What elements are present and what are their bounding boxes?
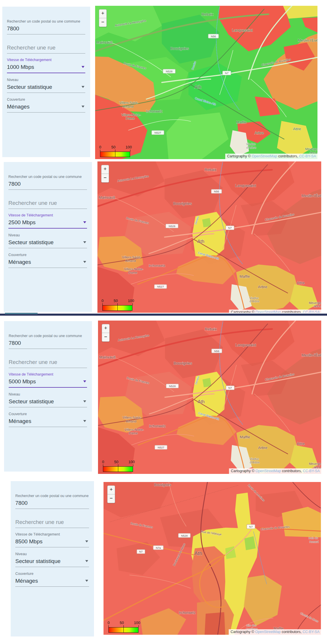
license-link[interactable]: CC-BY-SA bbox=[303, 469, 320, 473]
svg-text:N7: N7 bbox=[249, 525, 253, 528]
license-link[interactable]: CC-BY-SA bbox=[303, 310, 320, 313]
svg-text:Arbre: Arbre bbox=[258, 285, 267, 289]
postal-code-input[interactable] bbox=[7, 25, 85, 32]
coverage-select[interactable]: Ménages bbox=[9, 417, 87, 427]
svg-text:Amand: Amand bbox=[126, 419, 136, 423]
legend-gradient-bar bbox=[103, 466, 133, 472]
svg-text:Viaduc: Viaduc bbox=[246, 142, 256, 146]
map-zoom-controls: + − bbox=[107, 485, 115, 503]
zoom-out-button[interactable]: − bbox=[99, 18, 107, 27]
level-select[interactable]: Secteur statistique bbox=[7, 83, 85, 93]
filters-sidebar-2: Rechercher un code postal ou une commune… bbox=[4, 162, 92, 312]
zoom-in-button[interactable]: + bbox=[107, 485, 115, 494]
level-field: Niveau Secteur statistique bbox=[15, 552, 89, 567]
coverage-select[interactable]: Ménages bbox=[15, 577, 89, 587]
zoom-in-button[interactable]: + bbox=[102, 324, 110, 333]
postal-code-label: Rechercher un code postal ou une commune bbox=[8, 175, 87, 179]
zoom-out-button[interactable]: − bbox=[101, 174, 109, 183]
level-field: Niveau Secteur statistique bbox=[7, 78, 85, 93]
level-select[interactable]: Secteur statistique bbox=[9, 398, 87, 407]
map-attribution: Cartography © OpenStreetMap contributors… bbox=[229, 468, 321, 474]
coverage-legend: 050100 bbox=[103, 460, 133, 472]
coverage-select[interactable]: Ménages bbox=[7, 103, 85, 113]
postal-code-field: Rechercher un code postal ou une commune bbox=[9, 334, 87, 349]
chevron-down-icon bbox=[85, 580, 88, 582]
page-divider-scroll-indicator bbox=[5, 313, 38, 314]
map-canvas: N56N528N7N527RebaixLanquesaintMainvaultB… bbox=[97, 161, 321, 313]
svg-text:Irchonwelz: Irchonwelz bbox=[149, 424, 166, 428]
chevron-down-icon bbox=[83, 241, 86, 243]
svg-text:Villers-Notre-: Villers-Notre- bbox=[124, 428, 144, 431]
level-select[interactable]: Secteur statistique bbox=[15, 557, 89, 567]
street-search-input[interactable] bbox=[7, 45, 85, 51]
svg-text:Mévergn: Mévergn bbox=[305, 147, 317, 151]
postal-code-input[interactable] bbox=[9, 340, 87, 346]
svg-text:Ath: Ath bbox=[198, 399, 205, 404]
chevron-down-icon bbox=[83, 261, 86, 263]
download-speed-field: Vitesse de Téléchargement 1000 Mbps bbox=[7, 58, 85, 73]
postal-code-input[interactable] bbox=[8, 181, 87, 187]
openstreetmap-link[interactable]: OpenStreetMap bbox=[252, 154, 277, 158]
svg-text:Amand: Amand bbox=[125, 259, 136, 262]
coverage-map-8500mbps[interactable]: N528N7aN7N7BouvigniesAthMaffleIrchonwelz… bbox=[104, 482, 321, 635]
download-speed-select[interactable]: 1000 Mbps bbox=[7, 63, 85, 73]
openstreetmap-link[interactable]: OpenStreetMap bbox=[255, 469, 281, 473]
download-speed-select[interactable]: 5000 Mbps bbox=[9, 378, 87, 388]
postal-code-label: Rechercher un code postal ou une commune bbox=[15, 494, 89, 498]
svg-text:Meslin-l'Évêq: Meslin-l'Évêq bbox=[302, 194, 321, 198]
svg-text:Lanquesaint: Lanquesaint bbox=[235, 343, 256, 347]
svg-text:N7a: N7a bbox=[156, 546, 161, 549]
svg-text:Bouvignies: Bouvignies bbox=[170, 46, 189, 51]
coverage-label: Couverture bbox=[9, 412, 87, 416]
svg-text:Villers-Notre-: Villers-Notre- bbox=[121, 113, 141, 117]
street-search-input[interactable] bbox=[15, 519, 89, 525]
zoom-in-button[interactable]: + bbox=[99, 9, 107, 18]
street-search-input[interactable] bbox=[8, 200, 87, 206]
postal-code-field: Rechercher un code postal ou une commune bbox=[15, 494, 89, 509]
postal-code-label: Rechercher un code postal ou une commune bbox=[7, 19, 85, 23]
license-link[interactable]: CC-BY-SA bbox=[299, 154, 316, 158]
download-speed-select[interactable]: 2500 Mbps bbox=[8, 219, 87, 229]
svg-text:Attre: Attre bbox=[293, 127, 301, 131]
svg-text:Arbre: Arbre bbox=[258, 446, 267, 450]
coverage-map-5000mbps[interactable]: N56N528N7N527RebaixLanquesaintMainvaultB… bbox=[98, 321, 321, 474]
svg-text:N528: N528 bbox=[169, 384, 176, 388]
svg-text:Amand: Amand bbox=[123, 105, 134, 108]
zoom-out-button[interactable]: − bbox=[102, 333, 110, 342]
openstreetmap-link[interactable]: OpenStreetMap bbox=[255, 630, 280, 634]
coverage-map-1000mbps[interactable]: N56N528N7N527RebaixLanquesaintMainvaultB… bbox=[95, 6, 317, 159]
coverage-field: Couverture Ménages bbox=[8, 253, 87, 268]
svg-text:Irchonwelz: Irchonwelz bbox=[146, 109, 162, 113]
svg-text:N527: N527 bbox=[158, 446, 164, 449]
street-field bbox=[9, 358, 87, 368]
svg-text:Mévergn: Mévergn bbox=[309, 301, 321, 305]
svg-text:d'Arbre: d'Arbre bbox=[246, 146, 256, 149]
license-link[interactable]: CC-BY-SA bbox=[302, 630, 319, 634]
level-select[interactable]: Secteur statistique bbox=[8, 239, 87, 248]
svg-text:Bouvignies: Bouvignies bbox=[173, 201, 192, 206]
svg-text:Bouvignies: Bouvignies bbox=[154, 483, 171, 487]
svg-text:Lanquesaint: Lanquesaint bbox=[235, 183, 256, 188]
coverage-select[interactable]: Ménages bbox=[8, 258, 87, 268]
zoom-out-button[interactable]: − bbox=[107, 494, 115, 503]
svg-text:N7: N7 bbox=[228, 226, 232, 229]
map-canvas: N528N7aN7N7BouvigniesAthMaffleIrchonwelz… bbox=[104, 482, 321, 635]
street-search-input[interactable] bbox=[9, 359, 87, 365]
svg-text:Bouvignies: Bouvignies bbox=[173, 361, 192, 365]
download-speed-select[interactable]: 8500 Mbps bbox=[15, 538, 89, 547]
svg-text:Rebaix: Rebaix bbox=[205, 327, 217, 331]
coverage-map-2500mbps[interactable]: N56N528N7N527RebaixLanquesaintMainvaultB… bbox=[97, 161, 321, 313]
download-speed-label: Vitesse de Téléchargement bbox=[9, 372, 87, 376]
level-field: Niveau Secteur statistique bbox=[9, 392, 87, 407]
street-field bbox=[15, 518, 89, 528]
svg-text:Viaduc: Viaduc bbox=[250, 457, 259, 461]
coverage-field: Couverture Ménages bbox=[15, 572, 89, 587]
street-field bbox=[7, 44, 85, 54]
postal-code-input[interactable] bbox=[15, 500, 89, 506]
svg-text:Meslin-l'Évêq: Meslin-l'Évêq bbox=[302, 353, 321, 357]
svg-text:Lanquesaint: Lanquesaint bbox=[232, 28, 253, 32]
zoom-in-button[interactable]: + bbox=[101, 165, 109, 174]
map-canvas: N56N528N7N527RebaixLanquesaintMainvaultB… bbox=[95, 6, 317, 159]
openstreetmap-link[interactable]: OpenStreetMap bbox=[255, 310, 281, 313]
svg-text:N7: N7 bbox=[225, 71, 228, 75]
